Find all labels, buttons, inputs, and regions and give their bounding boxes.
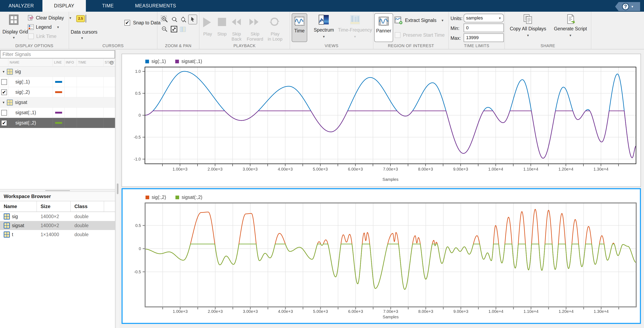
spectrum-label: Spectrum	[310, 27, 337, 33]
copy-all-displays-button[interactable]: Copy All Displays ▼	[509, 14, 547, 37]
help-button[interactable]: ? ▾	[615, 2, 640, 11]
pointer-icon	[190, 16, 196, 22]
panner-icon	[378, 16, 389, 26]
chevron-down-icon[interactable]: ▼	[310, 35, 337, 38]
gear-icon[interactable]: ⚙	[109, 60, 114, 66]
signal-group-row-sig[interactable]: ▼sig	[0, 66, 115, 77]
generate-script-label: Generate Script	[552, 26, 589, 32]
expander-icon[interactable]: ▼	[2, 101, 5, 104]
group-display-options: Display Grid ▼ Clear Display ▼ Legend ▼ …	[0, 12, 69, 49]
data-cursors-label[interactable]: Data cursors	[71, 29, 97, 35]
time-plot-2-canvas[interactable]	[122, 189, 640, 323]
signal-group-row-sigsat[interactable]: ▼sigsat	[0, 98, 115, 108]
extract-signals-label: Extract Signals	[405, 18, 436, 23]
scrollbar-thumb[interactable]	[117, 184, 118, 194]
display-1[interactable]: sig(:,1)sigsat(:,1) Samples 1.00e+32.00e…	[122, 54, 641, 187]
x-tick-label: 4.00e+3	[278, 167, 293, 172]
signal-table-header: NAME LINE INFO TIME START ⚙	[0, 59, 115, 66]
filter-signals-input[interactable]	[0, 50, 115, 58]
ws-col-name[interactable]: Name	[0, 201, 37, 212]
loop-icon	[269, 17, 280, 26]
x-tick-label: 1.20e+4	[558, 167, 573, 172]
group-time-limits: Units: samples ▼ Min: 0 Max: 13999 TIME …	[449, 12, 505, 49]
fit-to-view-button[interactable]	[170, 25, 178, 33]
line-style-swatch[interactable]	[55, 122, 62, 124]
legend-display-2: sig(:,2)sigsat(:,2)	[146, 194, 202, 200]
signal-row-sigsat(:,2)[interactable]: ✔sigsat(:,2)	[0, 118, 115, 128]
workspace-row-sigsat[interactable]: sigsat14000×2double	[0, 221, 115, 230]
ws-col-size[interactable]: Size	[37, 201, 71, 212]
skip-back-icon	[230, 18, 242, 26]
display-grid-button[interactable]	[9, 14, 18, 25]
x-tick-label: 3.00e+3	[243, 167, 258, 172]
chevron-down-icon: ▼	[498, 16, 501, 20]
zoom-out-button[interactable]	[161, 25, 168, 33]
time-view-button[interactable]: Time	[292, 13, 307, 42]
checkbox-checked-icon[interactable]: ✔	[1, 90, 7, 95]
col-time[interactable]: TIME	[77, 59, 104, 66]
min-label: Min:	[450, 26, 459, 31]
line-style-swatch[interactable]	[55, 91, 62, 93]
display-grid-label[interactable]: Display Grid	[2, 29, 28, 35]
clear-display-button[interactable]: Clear Display ▼	[28, 15, 72, 21]
zoom-out-icon	[161, 25, 168, 33]
col-info[interactable]: INFO	[64, 59, 77, 66]
units-label: Units:	[450, 16, 462, 21]
col-line[interactable]: LINE	[53, 59, 64, 66]
col-name[interactable]: NAME	[8, 59, 53, 66]
workspace-row-sig[interactable]: sig14000×2double	[0, 212, 115, 221]
toolstrip: Display Grid ▼ Clear Display ▼ Legend ▼ …	[0, 12, 644, 50]
max-input[interactable]: 13999	[464, 34, 504, 42]
signal-name: sig(:,1)	[15, 79, 30, 85]
generate-script-button[interactable]: Generate Script ▼	[552, 14, 589, 37]
spectrum-button[interactable]: Spectrum ▼	[310, 14, 337, 38]
play-button	[203, 18, 211, 27]
display-2-selected[interactable]: sig(:,2)sigsat(:,2) Samples 1.00e+32.00e…	[122, 188, 641, 324]
min-input[interactable]: 0	[464, 24, 504, 32]
zoom-in-button[interactable]	[161, 15, 169, 24]
ws-col-class[interactable]: Class	[71, 201, 104, 212]
group-share: Copy All Displays ▼ Generate Script ▼ SH…	[505, 12, 591, 49]
zoom-y-button[interactable]	[180, 16, 187, 24]
snap-to-data-checkbox[interactable]: ✔ Snap to Data	[124, 20, 160, 26]
chevron-down-icon[interactable]: ▼	[80, 36, 84, 40]
panel-splitter[interactable]	[0, 189, 115, 192]
tab-display[interactable]: DISPLAY	[42, 0, 86, 12]
checkbox-icon[interactable]: ✔	[1, 110, 7, 116]
checkbox-icon[interactable]: ✔	[1, 79, 7, 85]
section-label: DISPLAY OPTIONS	[0, 44, 69, 48]
legend-button[interactable]: Legend ▼	[28, 24, 60, 30]
sidebar-scrollbar[interactable]	[116, 50, 120, 328]
signal-row-sigsat(:,1)[interactable]: ✔sigsat(:,1)	[0, 108, 115, 118]
signal-row-sig(:,2)[interactable]: ✔sig(:,2)	[0, 87, 115, 98]
stop-icon	[218, 18, 226, 26]
x-tick-label: 6.00e+3	[348, 167, 363, 172]
chevron-down-icon[interactable]: ▼	[552, 34, 589, 37]
matrix-icon	[4, 232, 10, 238]
line-style-swatch[interactable]	[55, 81, 62, 83]
line-style-swatch[interactable]	[55, 112, 62, 114]
signal-row-sig(:,1)[interactable]: ✔sig(:,1)	[0, 77, 115, 87]
tab-measurements[interactable]: MEASUREMENTS	[130, 0, 181, 12]
x-tick-label: 1.30e+4	[594, 167, 608, 172]
expander-icon[interactable]: ▼	[2, 70, 5, 74]
tab-analyzer[interactable]: ANALYZER	[0, 0, 42, 12]
x-tick-label: 2.00e+3	[208, 167, 222, 172]
variable-size: 14000×2	[37, 212, 71, 221]
pointer-tool-button[interactable]	[188, 14, 197, 24]
extract-signals-button[interactable]: Extract Signals ▼	[394, 16, 444, 24]
panner-button[interactable]: Panner	[374, 13, 393, 42]
signal-group-label: sigsat	[15, 100, 27, 105]
clear-display-icon	[28, 15, 34, 21]
chevron-down-icon[interactable]: ▼	[12, 36, 15, 39]
zoom-x-button[interactable]	[170, 16, 178, 24]
checkbox-checked-icon[interactable]: ✔	[1, 120, 7, 126]
section-label: REGION OF INTEREST	[374, 44, 448, 48]
time-frequency-button: Time-Frequency ▼	[338, 14, 372, 38]
tab-time[interactable]: TIME	[86, 0, 130, 12]
units-dropdown[interactable]: samples ▼	[464, 14, 504, 22]
data-cursors-button[interactable]: 2.5	[76, 15, 86, 22]
workspace-row-t[interactable]: t1×14000double	[0, 230, 115, 239]
y-tick-label: -0.5	[134, 269, 141, 274]
chevron-down-icon[interactable]: ▼	[509, 34, 547, 37]
